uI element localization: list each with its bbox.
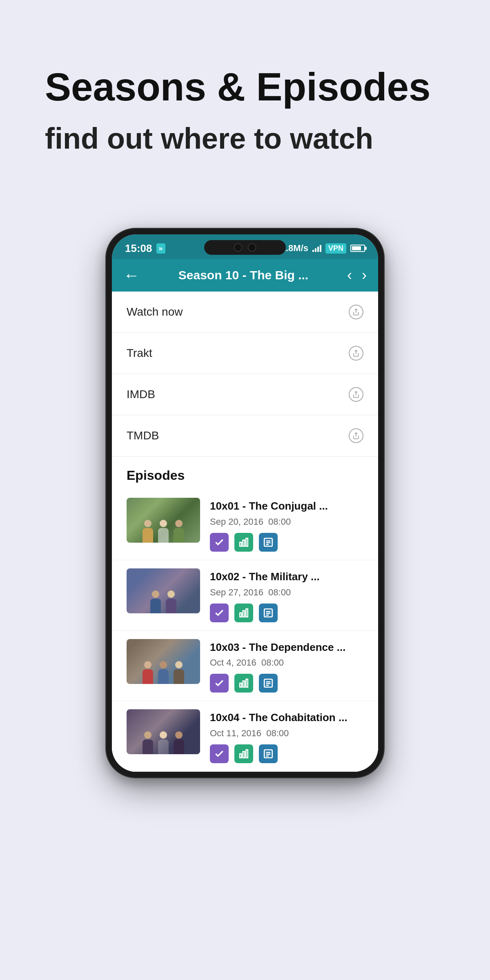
next-season-button[interactable]: › bbox=[362, 267, 367, 284]
menu-item-trakt[interactable]: Trakt bbox=[112, 333, 378, 374]
person-body bbox=[174, 739, 184, 754]
thumb-people-ep2 bbox=[127, 577, 200, 613]
episode-actions-ep3 bbox=[210, 674, 363, 693]
episode-thumb-ep2 bbox=[127, 568, 200, 613]
list-button-ep1[interactable] bbox=[259, 533, 278, 552]
svg-rect-13 bbox=[246, 609, 247, 617]
episode-actions-ep2 bbox=[210, 604, 363, 622]
toolbar-title: Season 10 - The Big ... bbox=[148, 268, 339, 282]
person-body bbox=[158, 739, 169, 754]
svg-rect-20 bbox=[246, 679, 247, 688]
person-body bbox=[174, 528, 184, 543]
person-1 bbox=[142, 731, 154, 754]
menu-item-watch-now-label: Watch now bbox=[127, 305, 183, 318]
back-button[interactable]: ← bbox=[123, 267, 140, 283]
person-head bbox=[160, 731, 167, 739]
episode-item-ep4[interactable]: 10x04 - The Cohabitation ... Oct 11, 201… bbox=[112, 701, 378, 772]
check-button-ep4[interactable] bbox=[210, 744, 229, 763]
person-head bbox=[144, 661, 151, 668]
person-head bbox=[152, 590, 159, 598]
episode-info-ep2: 10x02 - The Military ... Sep 27, 2016 08… bbox=[210, 568, 363, 622]
trakt-share-icon bbox=[349, 346, 363, 361]
svg-rect-26 bbox=[243, 752, 245, 758]
episode-thumb-ep3 bbox=[127, 639, 200, 684]
person-body bbox=[158, 669, 169, 684]
episode-item-ep3[interactable]: 10x03 - The Dependence ... Oct 4, 2016 0… bbox=[112, 631, 378, 702]
status-left: 15:08 » bbox=[125, 242, 165, 255]
episode-thumb-ep1 bbox=[127, 498, 200, 543]
phone-mockup: 15:08 » 2.8M/s VPN bbox=[106, 229, 384, 777]
episodes-section: Episodes bbox=[112, 457, 378, 772]
person-head bbox=[175, 731, 183, 739]
episode-info-ep4: 10x04 - The Cohabitation ... Oct 11, 201… bbox=[210, 709, 363, 763]
status-right: 2.8M/s VPN bbox=[281, 243, 365, 254]
person-head bbox=[167, 590, 175, 598]
menu-item-watch-now[interactable]: Watch now bbox=[112, 292, 378, 333]
sub-title: find out where to watch bbox=[45, 121, 445, 156]
menu-item-imdb[interactable]: IMDB bbox=[112, 374, 378, 415]
person-head bbox=[175, 520, 183, 527]
signal-bar-4 bbox=[320, 245, 321, 252]
app-toolbar: ← Season 10 - The Big ... ‹ › bbox=[112, 259, 378, 292]
menu-item-tmdb[interactable]: TMDB bbox=[112, 415, 378, 457]
person-body bbox=[166, 599, 176, 613]
episode-info-ep1: 10x01 - The Conjugal ... Sep 20, 2016 08… bbox=[210, 498, 363, 552]
chart-button-ep2[interactable] bbox=[234, 604, 253, 622]
person-1 bbox=[142, 661, 154, 684]
person-1 bbox=[142, 520, 154, 543]
svg-rect-27 bbox=[246, 750, 247, 758]
signal-bar-2 bbox=[315, 248, 316, 252]
episode-name-ep1: 10x01 - The Conjugal ... bbox=[210, 499, 363, 513]
list-button-ep2[interactable] bbox=[259, 604, 278, 622]
episode-actions-ep1 bbox=[210, 533, 363, 552]
prev-season-button[interactable]: ‹ bbox=[347, 267, 352, 284]
svg-rect-12 bbox=[243, 610, 245, 617]
episode-thumb-ep4 bbox=[127, 709, 200, 754]
imdb-share-icon bbox=[349, 387, 363, 402]
episode-item-ep2[interactable]: 10x02 - The Military ... Sep 27, 2016 08… bbox=[112, 560, 378, 631]
check-button-ep3[interactable] bbox=[210, 674, 229, 693]
episode-actions-ep4 bbox=[210, 744, 363, 763]
episode-date-ep3: Oct 4, 2016 08:00 bbox=[210, 657, 363, 668]
tmdb-share-icon bbox=[349, 428, 363, 443]
episode-name-ep3: 10x03 - The Dependence ... bbox=[210, 641, 363, 655]
person-body bbox=[174, 669, 184, 684]
episode-item-ep1[interactable]: 10x01 - The Conjugal ... Sep 20, 2016 08… bbox=[112, 490, 378, 560]
camera-dot-2 bbox=[247, 243, 256, 252]
person-1 bbox=[149, 590, 162, 613]
signal-bar-3 bbox=[317, 247, 319, 252]
person-body bbox=[143, 739, 153, 754]
episodes-title: Episodes bbox=[127, 468, 185, 483]
chart-button-ep3[interactable] bbox=[234, 674, 253, 693]
chart-button-ep4[interactable] bbox=[234, 744, 253, 763]
person-head bbox=[144, 520, 151, 527]
camera-dot-1 bbox=[234, 243, 243, 252]
list-button-ep4[interactable] bbox=[259, 744, 278, 763]
header-section: Seasons & Episodes find out where to wat… bbox=[0, 0, 490, 180]
battery-icon bbox=[350, 245, 365, 252]
episode-date-ep2: Sep 27, 2016 08:00 bbox=[210, 587, 363, 598]
thumb-people-ep4 bbox=[127, 718, 200, 754]
person-2 bbox=[157, 520, 169, 543]
person-2 bbox=[165, 590, 177, 613]
signal-bar-1 bbox=[312, 250, 314, 252]
signal-bars-icon bbox=[312, 245, 321, 252]
phone-frame: 15:08 » 2.8M/s VPN bbox=[106, 229, 384, 777]
battery-fill bbox=[352, 246, 361, 250]
menu-item-trakt-label: Trakt bbox=[127, 347, 152, 360]
check-button-ep1[interactable] bbox=[210, 533, 229, 552]
person-3 bbox=[173, 731, 185, 754]
person-2 bbox=[157, 661, 169, 684]
thumb-people-ep3 bbox=[127, 648, 200, 684]
list-button-ep3[interactable] bbox=[259, 674, 278, 693]
check-button-ep2[interactable] bbox=[210, 604, 229, 622]
episode-name-ep2: 10x02 - The Military ... bbox=[210, 570, 363, 584]
person-body bbox=[143, 669, 153, 684]
chart-button-ep1[interactable] bbox=[234, 533, 253, 552]
person-3 bbox=[173, 520, 185, 543]
person-body bbox=[150, 599, 161, 613]
person-2 bbox=[157, 731, 169, 754]
status-ff-icon: » bbox=[156, 243, 165, 254]
thumb-people-ep1 bbox=[127, 507, 200, 543]
camera-notch bbox=[204, 240, 286, 255]
